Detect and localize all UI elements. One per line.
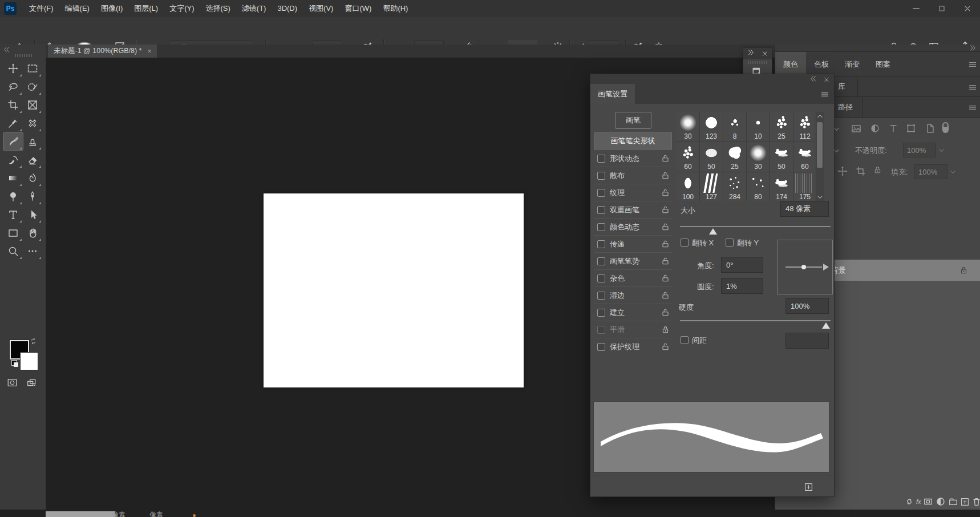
option-row-7[interactable]: 杂色 <box>594 269 672 286</box>
option-row-3[interactable]: 双重画笔 <box>594 201 672 218</box>
document-tab[interactable]: 未标题-1 @ 100%(RGB/8) * × <box>48 45 157 58</box>
lasso-tool[interactable] <box>3 78 23 96</box>
option-checkbox[interactable] <box>597 172 605 180</box>
menu-item-9[interactable]: 窗口(W) <box>339 0 377 17</box>
default-colors-icon[interactable] <box>11 360 19 367</box>
brush-preset-6[interactable]: 60 <box>677 142 699 172</box>
menu-item-6[interactable]: 滤镜(T) <box>236 0 272 17</box>
tab-图案[interactable]: 图案 <box>868 52 898 76</box>
create-new-brush-icon[interactable] <box>804 482 813 492</box>
option-checkbox[interactable] <box>597 155 605 163</box>
option-row-9[interactable]: 建立 <box>594 304 672 321</box>
hand-tool[interactable] <box>23 224 42 242</box>
menu-item-3[interactable]: 图层(L) <box>128 0 164 17</box>
option-row-8[interactable]: 湿边 <box>594 286 672 304</box>
brush-preset-5[interactable]: 112 <box>793 112 813 142</box>
brush-preset-0[interactable]: 30 <box>677 112 699 142</box>
path-selection-tool[interactable] <box>23 205 42 224</box>
collapse-toolbar-icon[interactable] <box>2 47 11 55</box>
lock-icon[interactable] <box>661 205 670 214</box>
new-layer-icon[interactable] <box>960 496 970 507</box>
layer-effects-icon[interactable]: fx <box>916 496 921 507</box>
brush-preset-7[interactable]: 50 <box>700 142 723 172</box>
option-row-1[interactable]: 散布 <box>594 167 672 184</box>
object-selection-tool[interactable] <box>23 78 42 96</box>
pen-tool[interactable] <box>23 187 42 205</box>
hardness-field[interactable]: 100% <box>785 298 829 314</box>
close-document-icon[interactable]: × <box>147 47 151 55</box>
collapse-panel-icon[interactable] <box>809 76 818 84</box>
brush-preset-8[interactable]: 25 <box>723 142 746 172</box>
crop-tool[interactable] <box>3 96 23 114</box>
size-slider-thumb[interactable] <box>709 228 717 235</box>
option-row-5[interactable]: 传递 <box>594 235 672 252</box>
option-row-11[interactable]: 保护纹理 <box>594 338 672 355</box>
option-row-2[interactable]: 纹理 <box>594 184 672 201</box>
document-canvas[interactable] <box>264 193 524 387</box>
healing-brush-tool[interactable] <box>23 114 42 132</box>
minimize-button[interactable] <box>903 0 929 17</box>
dodge-tool[interactable] <box>3 187 23 205</box>
menu-item-0[interactable]: 文件(F) <box>23 0 59 17</box>
panel-menu-icon[interactable] <box>968 103 977 112</box>
brush-preset-15[interactable]: 80 <box>747 172 770 201</box>
panel-menu-icon[interactable] <box>968 83 977 92</box>
lock-icon[interactable] <box>661 188 670 197</box>
layer-group-icon[interactable] <box>948 496 958 507</box>
tab-颜色[interactable]: 颜色 <box>775 52 806 76</box>
lock-icon[interactable] <box>661 240 670 248</box>
close-panel-icon[interactable] <box>823 76 831 84</box>
filter-adjustment-layers-icon[interactable] <box>869 123 881 134</box>
hardness-slider-thumb[interactable] <box>822 322 830 329</box>
scroll-up-icon[interactable] <box>816 112 824 120</box>
eraser-tool[interactable] <box>23 151 42 169</box>
type-tool[interactable] <box>3 205 23 224</box>
panel-menu-icon[interactable] <box>968 60 977 69</box>
gradient-tool[interactable] <box>3 169 23 187</box>
maximize-button[interactable] <box>929 0 954 17</box>
option-checkbox[interactable] <box>597 189 605 197</box>
brush-preset-12[interactable]: 100 <box>677 172 699 201</box>
brush-preset-11[interactable]: 60 <box>793 142 813 172</box>
close-panel-icon[interactable] <box>761 50 769 58</box>
option-checkbox[interactable] <box>597 292 605 300</box>
lock-icon[interactable] <box>661 223 670 231</box>
menu-item-8[interactable]: 视图(V) <box>303 0 339 17</box>
edit-toolbar[interactable] <box>23 242 42 260</box>
smudge-tool[interactable] <box>23 169 42 187</box>
menu-item-4[interactable]: 文字(Y) <box>164 0 200 17</box>
layer-mask-icon[interactable] <box>923 496 933 507</box>
delete-layer-icon[interactable] <box>971 496 980 507</box>
rectangle-tool[interactable] <box>3 224 23 242</box>
panel-menu-icon[interactable] <box>820 90 829 99</box>
quick-mask-icon[interactable] <box>6 378 18 388</box>
lock-icon[interactable] <box>661 308 670 317</box>
option-checkbox[interactable] <box>597 223 605 231</box>
lock-artboard-icon[interactable] <box>855 165 866 177</box>
option-checkbox[interactable] <box>597 343 605 351</box>
adjustment-layer-icon[interactable] <box>935 496 946 507</box>
roundness-field[interactable]: 1% <box>721 278 763 294</box>
scroll-down-icon[interactable] <box>816 193 824 201</box>
panel-drag-handle[interactable] <box>748 61 767 64</box>
frame-tool[interactable] <box>23 96 42 114</box>
eyedropper-tool[interactable] <box>3 114 23 132</box>
chevron-down-icon[interactable] <box>833 126 840 132</box>
lock-icon[interactable] <box>661 342 670 351</box>
screen-mode-icon[interactable] <box>25 378 38 388</box>
link-layers-icon[interactable] <box>904 496 914 507</box>
brush-preset-2[interactable]: 8 <box>723 112 746 142</box>
option-row-0[interactable]: 形状动态 <box>594 150 672 167</box>
history-brush-tool[interactable] <box>3 151 23 169</box>
brushes-button[interactable]: 画笔 <box>615 112 651 129</box>
lock-all-icon[interactable] <box>873 165 882 174</box>
option-row-6[interactable]: 画笔笔势 <box>594 252 672 269</box>
tab-paths[interactable]: 路径 <box>838 102 853 112</box>
rectangular-marquee-tool[interactable] <box>23 59 42 78</box>
size-slider-track[interactable] <box>680 226 831 227</box>
brush-preset-9[interactable]: 30 <box>747 142 770 172</box>
panel-header-band[interactable] <box>590 74 834 84</box>
size-value-field[interactable]: 48 像素 <box>780 201 829 217</box>
option-brush-tip-shape[interactable]: 画笔笔尖形状 <box>594 132 672 150</box>
close-button[interactable] <box>954 0 980 17</box>
